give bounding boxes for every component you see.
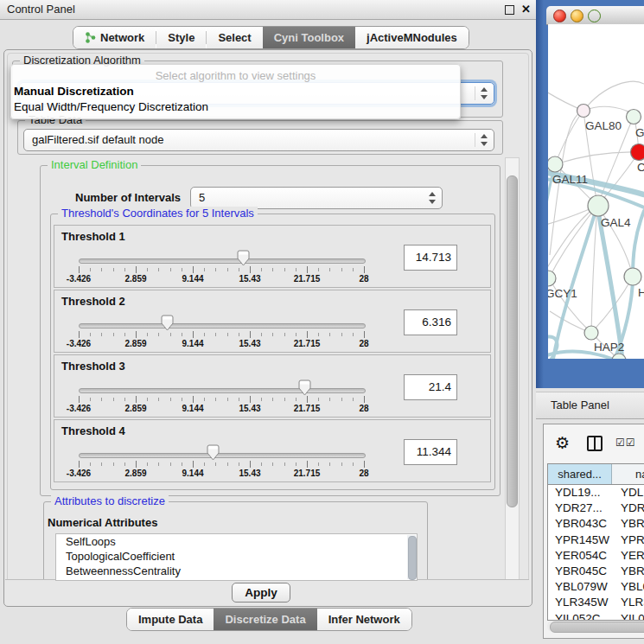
cell-name[interactable]: YER0 [621, 549, 644, 562]
close-icon[interactable]: ✕ [521, 3, 531, 16]
table-row[interactable]: YDR27...YDR2 [548, 501, 644, 516]
tab-select[interactable]: Select [207, 27, 262, 48]
table-data-combobox[interactable]: galFiltered.sif default node [23, 129, 494, 151]
cell-name[interactable]: YBL0 [621, 580, 644, 593]
table-header-row: shared... na [548, 464, 644, 485]
table-hscroll-thumb[interactable] [550, 622, 644, 633]
table-row[interactable]: YPR145WYPR1 [548, 532, 644, 548]
threshold-slider-thumb[interactable] [298, 379, 311, 396]
gear-icon[interactable]: ⚙ [555, 433, 570, 453]
cell-name[interactable]: YPR1 [621, 533, 644, 546]
cell-shared-name[interactable]: YBL079W [555, 580, 608, 593]
table-toolbar: ⚙ ☑☑ [544, 424, 644, 462]
attributes-scrollbar[interactable] [407, 535, 416, 579]
checkbox-icons[interactable]: ☑☑ [615, 437, 636, 449]
threshold-slider-track[interactable] [79, 388, 366, 393]
threshold-slider-thumb[interactable] [207, 444, 220, 461]
network-canvas[interactable]: GAL80GACGAL11GAL4GCY1HHAP2 [548, 24, 644, 359]
threshold-value-field[interactable]: 14.713 [404, 245, 457, 271]
threshold-value-field[interactable]: 21.4 [404, 374, 457, 400]
cell-shared-name[interactable]: YBR043C [555, 517, 607, 530]
combo-divider [475, 133, 475, 147]
scrollbar-thumb[interactable] [507, 175, 518, 507]
node-attribute-table[interactable]: shared... na YDL19...YDL1YDR27...YDR2YBR… [547, 463, 644, 621]
slider-tick-labels: -3.4262.8599.14415.4321.71528 [79, 404, 364, 414]
cell-name[interactable]: YBR0 [621, 517, 644, 530]
threshold-slider-track[interactable] [79, 323, 366, 328]
cell-name[interactable]: YBR0 [621, 564, 644, 577]
attributes-scrollbar-thumb[interactable] [408, 536, 417, 580]
numerical-attributes-list[interactable]: SelfLoopsTopologicalCoefficientBetweenne… [55, 533, 418, 581]
network-node[interactable] [588, 195, 609, 216]
tab-infer-network[interactable]: Infer Network [317, 609, 411, 630]
network-node[interactable] [624, 268, 641, 285]
table-row[interactable]: YDL19...YDL1 [548, 485, 644, 501]
cell-shared-name[interactable]: YDL19... [555, 486, 601, 499]
network-node[interactable] [631, 144, 644, 161]
table-row[interactable]: YER054CYER0 [548, 548, 644, 564]
attribute-list-item[interactable]: SelfLoops [56, 534, 417, 549]
columns-icon[interactable] [587, 436, 603, 451]
network-node-label: GAL11 [552, 173, 588, 186]
network-node[interactable] [548, 271, 556, 286]
tab-cyni-toolbox-label: Cyni Toolbox [274, 31, 344, 44]
dropdown-option-equal-width[interactable]: Equal Width/Frequency Discretization [14, 100, 208, 113]
threshold-slider-track[interactable] [79, 258, 366, 264]
tab-cyni-toolbox[interactable]: Cyni Toolbox [263, 27, 355, 48]
network-node[interactable] [627, 110, 641, 124]
network-node[interactable] [584, 326, 598, 340]
cell-shared-name[interactable]: YER054C [555, 549, 607, 562]
slider-ticks [79, 396, 364, 404]
float-window-icon[interactable] [505, 5, 514, 15]
cell-name[interactable]: YDL1 [621, 486, 644, 499]
table-horizontal-scrollbar[interactable] [547, 621, 644, 632]
cell-name[interactable]: YDR2 [621, 501, 644, 514]
tab-jactivemnodules[interactable]: jActiveMNodules [355, 27, 469, 48]
table-row[interactable]: YBR043CYBR0 [548, 516, 644, 532]
dropdown-hint[interactable]: Select algorithm to view settings [11, 69, 460, 82]
tab-style-label: Style [168, 31, 194, 44]
numerical-attributes-label: Numerical Attributes [48, 516, 157, 529]
vertical-scrollbar[interactable] [505, 157, 520, 581]
tab-impute-data[interactable]: Impute Data [127, 609, 214, 630]
table-data-selected: galFiltered.sif default node [32, 133, 163, 146]
cell-shared-name[interactable]: YIL052C [555, 612, 601, 622]
dropdown-option-manual[interactable]: Manual Discretization [14, 85, 134, 98]
threshold-value-field[interactable]: 11.344 [404, 439, 457, 465]
apply-button[interactable]: Apply [232, 583, 290, 603]
threshold-label: Threshold 3 [61, 360, 125, 373]
threshold-slider-thumb[interactable] [237, 250, 250, 266]
table-row[interactable]: YBR045CYBR0 [548, 564, 644, 579]
attribute-list-item[interactable]: TopologicalCoefficient [56, 549, 417, 564]
apply-row: Apply [5, 579, 529, 604]
cell-shared-name[interactable]: YLR345W [555, 596, 609, 609]
tab-network[interactable]: Network [73, 27, 156, 48]
combo-stepper-icon[interactable] [479, 86, 489, 101]
threshold-label: Threshold 1 [61, 230, 125, 243]
column-header-name[interactable]: na [635, 464, 644, 484]
spinner-stepper-icon[interactable] [427, 190, 437, 206]
network-window-titlebar[interactable] [546, 6, 644, 25]
cell-shared-name[interactable]: YPR145W [555, 533, 609, 546]
table-row[interactable]: YLR345WYLR3 [548, 595, 644, 610]
network-node[interactable] [548, 156, 563, 172]
threshold-value-field[interactable]: 6.316 [404, 309, 457, 335]
network-node[interactable] [577, 105, 590, 118]
attribute-list-item[interactable]: BetweennessCentrality [56, 564, 417, 578]
column-header-shared-name[interactable]: shared... [548, 464, 612, 484]
cell-shared-name[interactable]: YBR045C [555, 564, 607, 577]
tab-style[interactable]: Style [156, 27, 206, 48]
close-traffic-light[interactable] [553, 10, 566, 22]
zoom-traffic-light[interactable] [588, 10, 601, 22]
tab-discretize-data[interactable]: Discretize Data [214, 609, 316, 630]
threshold-slider-track[interactable] [79, 453, 366, 458]
table-row[interactable]: YBL079WYBL0 [548, 579, 644, 595]
cell-shared-name[interactable]: YDR27... [555, 501, 603, 514]
combo-stepper-icon[interactable] [479, 132, 489, 148]
threshold-slider-thumb[interactable] [161, 315, 174, 331]
tab-select-label: Select [218, 31, 251, 44]
minimize-traffic-light[interactable] [571, 10, 583, 22]
cell-name[interactable]: YLR3 [621, 596, 644, 609]
table-row[interactable]: YIL052CYIL0 [548, 611, 644, 622]
cell-name[interactable]: YIL0 [621, 612, 644, 622]
